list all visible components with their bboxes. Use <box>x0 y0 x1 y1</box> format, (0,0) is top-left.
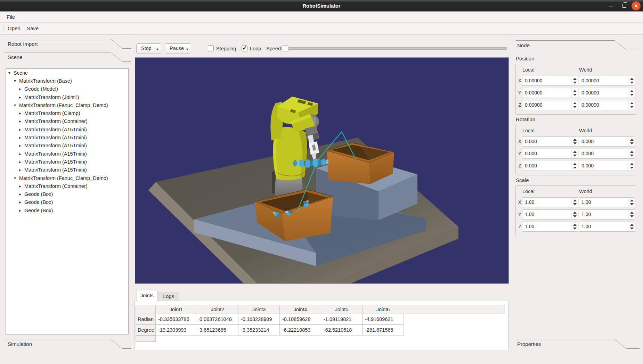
collapse-arrow-icon[interactable] <box>19 119 24 124</box>
scene-tree[interactable]: Scene MatrixTransform (Base) Geode (Mode… <box>6 68 129 334</box>
collapse-arrow-icon[interactable] <box>19 111 24 116</box>
column-header[interactable]: Joint3 <box>238 305 280 314</box>
loop-checkbox[interactable] <box>242 46 247 51</box>
spin-value[interactable]: 0.00000 <box>579 88 635 98</box>
spin-arrows-icon[interactable] <box>628 210 635 219</box>
expand-arrow-icon[interactable] <box>14 78 19 83</box>
joint-value[interactable]: -6.22210853 <box>279 324 321 336</box>
spin-arrows-icon[interactable] <box>628 76 635 85</box>
section-robot-import[interactable]: Robot Import <box>4 39 131 49</box>
close-button[interactable]: ✕ <box>631 0 641 11</box>
expand-arrow-icon[interactable] <box>8 71 14 75</box>
spin-value[interactable]: 0.000 <box>579 161 635 171</box>
tree-item[interactable]: Geode (Box) <box>6 190 128 198</box>
expand-arrow-icon[interactable] <box>14 176 19 181</box>
position-x-world[interactable]: 0.00000 <box>579 76 635 86</box>
tree-item[interactable]: MatrixTransform (A15Tmini) <box>6 158 128 166</box>
spin-value[interactable]: 1.00 <box>579 210 635 219</box>
spin-value[interactable]: 0.00000 <box>522 88 578 98</box>
scale-z-world[interactable]: 1.00 <box>579 222 635 232</box>
section-scene[interactable]: Scene <box>4 52 131 63</box>
column-header[interactable]: Joint2 <box>197 305 238 314</box>
collapse-arrow-icon[interactable] <box>19 95 24 100</box>
save-button[interactable]: Save <box>27 23 39 34</box>
spin-arrows-icon[interactable] <box>571 210 578 219</box>
stop-button[interactable]: Stop <box>136 43 161 53</box>
row-header[interactable]: Radian <box>136 314 156 325</box>
rotation-y-world[interactable]: 0.000 <box>579 149 635 159</box>
tree-item[interactable]: MatrixTransform (A15Tmini) <box>6 150 128 158</box>
collapse-arrow-icon[interactable] <box>19 151 24 156</box>
tree-item[interactable]: MatrixTransform (Fanuc_Clamp_Demo) <box>6 101 128 109</box>
collapse-arrow-icon[interactable] <box>19 184 24 189</box>
speed-slider-handle[interactable] <box>282 46 289 51</box>
joint-value[interactable]: 3.65123685 <box>197 324 238 336</box>
tree-item[interactable]: Geode (Box) <box>6 206 128 214</box>
tree-item[interactable]: MatrixTransform (A15Tmini) <box>6 166 128 174</box>
collapse-arrow-icon[interactable] <box>19 208 24 213</box>
position-z-world[interactable]: 0.00000 <box>579 100 635 110</box>
spin-value[interactable]: 0.000 <box>579 149 635 158</box>
rotation-x-world[interactable]: 0.000 <box>579 136 635 147</box>
column-header[interactable]: Joint6 <box>362 305 404 314</box>
expand-arrow-icon[interactable] <box>14 103 19 108</box>
rotation-z-local[interactable]: 0.000 <box>522 161 578 171</box>
tab-joints[interactable]: Joints <box>137 290 157 301</box>
position-y-local[interactable]: 0.00000 <box>522 88 578 98</box>
tree-item[interactable]: MatrixTransform (Base) <box>6 77 128 85</box>
section-node[interactable]: Node <box>514 40 640 51</box>
column-header[interactable]: Joint5 <box>321 305 363 314</box>
joint-value[interactable]: -9.35233214 <box>238 324 280 336</box>
spin-value[interactable]: 0.00000 <box>579 100 635 110</box>
tree-item[interactable]: MatrixTransform (Clamp) <box>6 109 128 117</box>
tree-item[interactable]: MatrixTransform (Container) <box>6 182 128 190</box>
spin-value[interactable]: 0.00000 <box>579 76 635 85</box>
tab-logs[interactable]: Logs <box>158 292 179 301</box>
tree-item[interactable]: Geode (Box) <box>6 198 128 206</box>
pause-button[interactable]: Pause <box>165 43 191 53</box>
menu-file[interactable]: File <box>5 11 17 22</box>
spin-arrows-icon[interactable] <box>571 100 578 110</box>
collapse-arrow-icon[interactable] <box>19 192 24 197</box>
scale-z-local[interactable]: 1.00 <box>522 222 578 232</box>
collapse-arrow-icon[interactable] <box>19 159 24 164</box>
spin-value[interactable]: 0.000 <box>522 137 578 146</box>
tree-item[interactable]: MatrixTransform (A15Tmini) <box>6 142 128 150</box>
scale-y-world[interactable]: 1.00 <box>579 209 635 220</box>
restore-button[interactable] <box>619 0 629 11</box>
section-properties[interactable]: Properties <box>514 339 640 349</box>
joint-value[interactable]: -19.2303993 <box>155 324 197 336</box>
spin-arrows-icon[interactable] <box>628 222 635 231</box>
spin-value[interactable]: 0.00000 <box>522 76 578 85</box>
column-header[interactable]: Joint1 <box>155 305 197 314</box>
collapse-arrow-icon[interactable] <box>19 200 24 205</box>
spin-arrows-icon[interactable] <box>571 161 578 171</box>
position-x-local[interactable]: 0.00000 <box>522 76 578 86</box>
joint-value[interactable]: -1.09119821 <box>321 314 363 325</box>
joint-value[interactable]: -4.91609621 <box>362 314 404 325</box>
spin-arrows-icon[interactable] <box>628 149 635 158</box>
collapse-arrow-icon[interactable] <box>19 135 24 140</box>
rotation-x-local[interactable]: 0.000 <box>522 136 578 147</box>
spin-arrows-icon[interactable] <box>628 137 635 146</box>
spin-arrows-icon[interactable] <box>571 198 578 207</box>
collapse-arrow-icon[interactable] <box>19 167 24 172</box>
toolbar-drag-handle[interactable] <box>3 25 4 32</box>
spin-arrows-icon[interactable] <box>628 161 635 171</box>
collapse-arrow-icon[interactable] <box>19 86 24 91</box>
spin-arrows-icon[interactable] <box>571 222 578 231</box>
column-header[interactable]: Joint4 <box>279 305 321 314</box>
collapse-arrow-icon[interactable] <box>19 143 24 148</box>
speed-slider[interactable] <box>281 47 507 50</box>
spin-value[interactable]: 0.000 <box>579 137 635 146</box>
spin-value[interactable]: 1.00 <box>522 210 578 219</box>
viewport-3d[interactable] <box>135 57 509 284</box>
section-simulation[interactable]: Simulation <box>4 339 131 349</box>
joint-value[interactable]: -281.671565 <box>362 324 404 336</box>
spin-value[interactable]: 0.000 <box>522 161 578 171</box>
spin-arrows-icon[interactable] <box>571 137 578 146</box>
spin-value[interactable]: 1.00 <box>579 198 635 207</box>
position-z-local[interactable]: 0.00000 <box>522 100 578 110</box>
spin-value[interactable]: 0.000 <box>522 149 578 158</box>
minimize-button[interactable] <box>606 0 616 11</box>
